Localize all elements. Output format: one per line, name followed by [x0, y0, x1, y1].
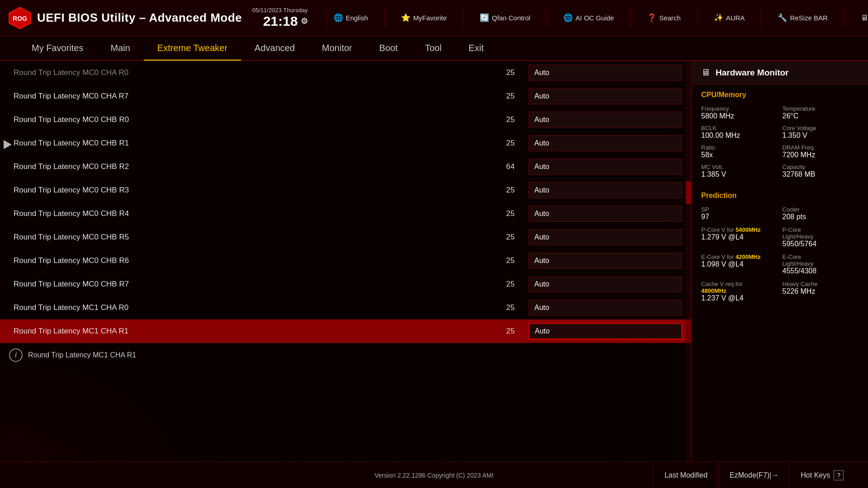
toolbar-resize[interactable]: 🔧 ReSize BAR [778, 13, 827, 23]
table-row[interactable]: Round Trip Latency MC0 CHB R6 25 Auto [0, 249, 691, 272]
hw-bclk: BCLK 100.00 MHz [701, 125, 778, 140]
setting-value-box[interactable]: Auto [528, 88, 682, 104]
setting-value-box[interactable]: Auto [528, 229, 682, 245]
hotkeys-icon: ? [834, 470, 844, 480]
hw-mc-volt-value: 1.385 V [701, 170, 778, 178]
hot-keys-button[interactable]: Hot Keys ? [789, 462, 854, 488]
hot-keys-label: Hot Keys [801, 471, 830, 479]
nav-main[interactable]: Main [97, 36, 143, 61]
setting-num: 25 [492, 303, 528, 312]
pred-cooler-label: Cooler [783, 206, 859, 213]
toolbar-my-favorite[interactable]: ⭐ MyFavorite [401, 13, 447, 23]
toolbar-aura[interactable]: ✨ AURA [714, 13, 745, 23]
toolbar-aioc[interactable]: 🌐 AI OC Guide [563, 13, 614, 23]
nav-monitor[interactable]: Monitor [308, 36, 366, 61]
table-row-selected[interactable]: Round Trip Latency MC1 CHA R1 25 Auto [0, 319, 691, 343]
nav-my-favorites[interactable]: My Favorites [18, 36, 97, 61]
pred-ecore-v-freq: 4200MHz [736, 253, 761, 260]
pred-ecore-v-value: 1.098 V @L4 [701, 260, 778, 268]
prediction-title: Prediction [701, 192, 859, 200]
hw-mc-volt-label: MC Volt. [701, 164, 778, 170]
hw-core-voltage-label: Core Voltage [783, 125, 859, 131]
nav-advanced-label: Advanced [255, 43, 295, 53]
table-row[interactable]: Round Trip Latency MC0 CHB R0 25 Auto [0, 108, 691, 131]
aioc-icon: 🌐 [563, 13, 573, 23]
nav-boot-label: Boot [379, 43, 398, 53]
hw-dram-freq-value: 7200 MHz [783, 151, 859, 159]
setting-value-box[interactable]: Auto [528, 323, 682, 339]
pred-pcore-v-freq: 5400MHz [736, 226, 761, 233]
table-row[interactable]: Round Trip Latency MC0 CHA R0 25 Auto [0, 61, 691, 84]
setting-name: Round Trip Latency MC1 CHA R1 [9, 327, 492, 336]
pred-ecore-v: E-Core V for 4200MHz 1.098 V @L4 [701, 253, 778, 275]
cpu-memory-grid: Frequency 5800 MHz Temperature 26°C BCLK… [701, 105, 859, 178]
table-row[interactable]: Round Trip Latency MC1 CHA R0 25 Auto [0, 296, 691, 319]
ez-mode-button[interactable]: EzMode(F7)|→ [718, 462, 789, 488]
logo-area: ROG UEFI BIOS Utility – Advanced Mode [8, 6, 252, 30]
settings-gear-icon[interactable]: ⚙ [301, 16, 308, 26]
setting-num: 25 [492, 139, 528, 148]
table-row[interactable]: Round Trip Latency MC0 CHB R7 25 Auto [0, 272, 691, 296]
nav-exit[interactable]: Exit [455, 36, 497, 61]
last-modified-button[interactable]: Last Modified [653, 462, 718, 488]
divider6 [697, 9, 698, 27]
hw-bclk-value: 100.00 MHz [701, 131, 778, 140]
nav-boot[interactable]: Boot [366, 36, 411, 61]
pred-ecore-lh-value: 4555/4308 [783, 267, 859, 275]
setting-value-box[interactable]: Auto [528, 253, 682, 269]
setting-value-box[interactable]: Auto [528, 206, 682, 222]
setting-value-box[interactable]: Auto [528, 182, 682, 198]
setting-value-box[interactable]: Auto [528, 276, 682, 292]
setting-value-box[interactable]: Auto [528, 159, 682, 175]
language-icon: 🌐 [334, 13, 343, 23]
table-row[interactable]: Round Trip Latency MC0 CHB R5 25 Auto [0, 225, 691, 249]
table-row[interactable]: Round Trip Latency MC0 CHB R3 25 Auto [0, 178, 691, 202]
table-row[interactable]: Round Trip Latency MC0 CHB R1 25 Auto [0, 131, 691, 155]
pred-pcore-v-label: P-Core V for 5400MHz [701, 226, 778, 233]
table-row[interactable]: Round Trip Latency MC0 CHB R2 64 Auto [0, 155, 691, 178]
scrollbar-thumb[interactable] [686, 181, 691, 204]
setting-name: Round Trip Latency MC0 CHB R7 [9, 280, 492, 289]
datetime: 05/11/2023 Thursday 21:18 ⚙ [252, 7, 308, 29]
pred-heavy-cache-value: 5226 MHz [783, 287, 859, 296]
table-row[interactable]: Round Trip Latency MC0 CHA R7 25 Auto [0, 84, 691, 108]
language-label: English [346, 14, 368, 22]
date-display: 05/11/2023 Thursday [252, 7, 308, 14]
table-row[interactable]: Round Trip Latency MC0 CHB R4 25 Auto [0, 202, 691, 225]
pred-pcore-lh-value: 5950/5764 [783, 240, 859, 248]
nav-bar: My Favorites Main Extreme Tweaker Advanc… [0, 36, 868, 61]
setting-value-box[interactable]: Auto [528, 112, 682, 128]
pred-cache-v: Cache V req for 4800MHz 1.237 V @L4 [701, 281, 778, 302]
nav-extreme-tweaker[interactable]: Extreme Tweaker [144, 36, 241, 61]
right-panel: 🖥 Hardware Monitor CPU/Memory Frequency … [692, 61, 868, 462]
pred-cache-v-freq: 4800MHz [701, 287, 726, 294]
top-bar: ROG UEFI BIOS Utility – Advanced Mode 05… [0, 0, 868, 36]
toolbar-search[interactable]: ❓ Search [647, 13, 681, 23]
hw-monitor-header: 🖥 Hardware Monitor [692, 61, 868, 84]
hw-ratio: Ratio 58x [701, 144, 778, 159]
setting-name: Round Trip Latency MC0 CHA R7 [9, 92, 492, 101]
toolbar-qfan[interactable]: 🔄 Qfan Control [480, 13, 530, 23]
hw-dram-freq-label: DRAM Freq. [783, 144, 859, 151]
setting-value-box[interactable]: Auto [528, 300, 682, 316]
setting-value-box[interactable]: Auto [528, 135, 682, 151]
pred-ecore-v-label: E-Core V for 4200MHz [701, 253, 778, 260]
setting-num: 64 [492, 162, 528, 171]
nav-advanced[interactable]: Advanced [241, 36, 308, 61]
setting-num: 25 [492, 115, 528, 124]
toolbar-memtest[interactable]: 🖥 MemTest86 [861, 14, 868, 23]
search-icon: ❓ [647, 13, 656, 23]
toolbar-language[interactable]: 🌐 English [334, 13, 368, 23]
hw-frequency: Frequency 5800 MHz [701, 105, 778, 120]
memtest-icon: 🖥 [861, 14, 868, 23]
pred-heavy-cache: Heavy Cache 5226 MHz [783, 281, 859, 302]
pred-pcore-v: P-Core V for 5400MHz 1.279 V @L4 [701, 226, 778, 248]
divider3 [463, 9, 463, 27]
nav-extreme-tweaker-label: Extreme Tweaker [157, 43, 227, 53]
info-icon: i [9, 348, 23, 362]
hw-monitor-icon: 🖥 [701, 67, 710, 78]
pred-sp-value: 97 [701, 213, 778, 221]
scrollbar-track[interactable] [686, 61, 691, 462]
nav-tool[interactable]: Tool [411, 36, 455, 61]
setting-value-box[interactable]: Auto [528, 65, 682, 81]
